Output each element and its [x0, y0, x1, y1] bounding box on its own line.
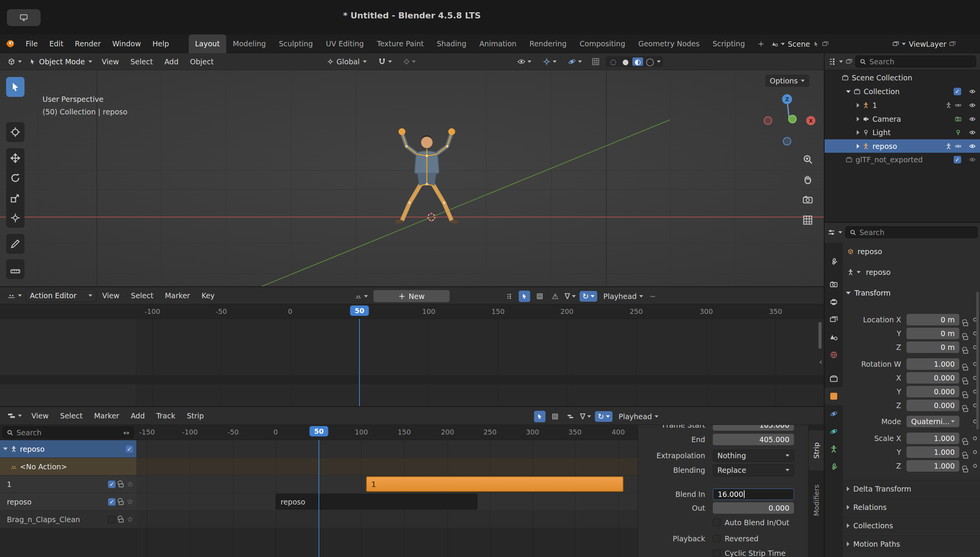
scale-x-field[interactable]: 1.000 [906, 433, 959, 444]
tab-output[interactable] [825, 293, 843, 311]
proportional-edit-toggle[interactable] [400, 55, 420, 68]
tab-rendering[interactable]: Rendering [523, 34, 573, 53]
shading-solid-button[interactable]: ● [620, 57, 631, 66]
tab-tool[interactable] [825, 253, 843, 270]
chevron-right-icon[interactable] [857, 144, 859, 149]
normalize-toggle[interactable]: ~ [647, 292, 658, 301]
outliner-row-1[interactable]: 1 [825, 99, 980, 112]
tool-scale[interactable] [6, 188, 24, 208]
lock-icon[interactable] [963, 322, 968, 326]
dope-scrollbar[interactable] [818, 322, 822, 349]
cyclic-checkbox[interactable] [713, 549, 720, 557]
camera-data-icon[interactable] [955, 116, 961, 122]
rotation-y-field[interactable]: 0.000 [906, 386, 959, 397]
light-data-icon[interactable] [955, 129, 961, 136]
extrapolation-dropdown[interactable]: Nothing [713, 450, 794, 462]
location-x-field[interactable]: 0 m [906, 314, 959, 325]
tab-modeling[interactable]: Modeling [226, 34, 272, 53]
lock-icon[interactable] [963, 408, 968, 412]
nla-markers-toggle[interactable] [565, 413, 576, 420]
outliner-search-field[interactable]: Search [855, 56, 976, 67]
blending-dropdown[interactable]: Replace [713, 464, 794, 476]
blender-logo[interactable] [0, 38, 20, 49]
sidebar-tab-modifiers[interactable]: Modifiers [808, 474, 824, 526]
frame-range-toggle[interactable] [534, 293, 546, 299]
viewport-editor-type-button[interactable] [4, 55, 26, 68]
auto-blend-checkbox[interactable] [713, 519, 720, 526]
scene-selector[interactable]: Scene [772, 38, 828, 51]
nla-strip-area[interactable]: 1 reposo [136, 440, 638, 557]
display-mode-icon[interactable] [846, 59, 852, 65]
snap-toggle[interactable] [374, 55, 396, 68]
tab-object-data[interactable] [825, 440, 843, 458]
camera-view-button[interactable] [801, 193, 815, 207]
nla-track-reposo[interactable]: reposo ✓ ☆ [0, 493, 136, 510]
panel-delta-transform[interactable]: Delta Transform [843, 480, 980, 497]
tab-scene[interactable] [825, 328, 843, 346]
xray-toggle[interactable] [590, 56, 602, 68]
dope-ruler[interactable]: -100 -50 0 100 150 200 250 300 350 50 [0, 304, 824, 319]
nla-selected-toggle[interactable] [534, 411, 546, 422]
shading-rendered-button[interactable]: ◯ [645, 57, 655, 66]
dope-menu-view[interactable]: View [96, 291, 125, 300]
nla-track-no-action[interactable]: <No Action> [0, 458, 136, 475]
nla-track-brag[interactable]: Brag_n_Claps_Clean ☆ [0, 511, 136, 528]
nla-menu-select[interactable]: Select [54, 412, 88, 420]
nla-menu-strip[interactable]: Strip [181, 412, 210, 420]
rotation-x-field[interactable]: 0.000 [906, 372, 959, 384]
tab-animation[interactable]: Animation [473, 34, 523, 53]
lock-icon[interactable] [963, 394, 968, 398]
animation-data-icon[interactable] [946, 143, 952, 149]
track-mute-checkbox[interactable] [108, 516, 116, 523]
shading-material-button[interactable]: ◐ [632, 57, 643, 66]
options-dropdown[interactable]: Options [765, 75, 809, 87]
dope-mode-dropdown[interactable]: Action Editor [26, 289, 96, 302]
nla-menu-add[interactable]: Add [125, 412, 150, 420]
viewport-menu-view[interactable]: View [96, 57, 125, 66]
animate-dot-icon[interactable] [973, 436, 977, 440]
nla-editor-type-button[interactable] [4, 409, 26, 422]
error-toggle[interactable]: ⚠ [549, 292, 561, 301]
lock-icon[interactable] [963, 469, 968, 472]
dope-editor-type-button[interactable] [4, 289, 26, 302]
filter-invert-icon[interactable]: ↔ [123, 428, 129, 437]
tab-bone[interactable] [825, 458, 843, 475]
nla-sync-dropdown[interactable]: ↻ [595, 411, 612, 422]
tool-transform[interactable] [6, 208, 24, 228]
menu-help[interactable]: Help [147, 39, 175, 48]
rotation-w-field[interactable]: 1.000 [906, 358, 959, 370]
nla-menu-track[interactable]: Track [150, 412, 181, 420]
nla-filter-dropdown[interactable]: ∇ [580, 412, 591, 421]
tab-render[interactable] [825, 276, 843, 293]
dope-sheet-content[interactable]: ‹ [0, 319, 824, 406]
viewport-menu-object[interactable]: Object [184, 57, 219, 66]
lock-icon[interactable] [119, 501, 124, 505]
nla-track-1[interactable]: 1 ✓ ☆ [0, 475, 136, 493]
outliner-row-scene-collection[interactable]: Scene Collection [825, 71, 980, 84]
tab-world[interactable] [825, 346, 843, 364]
new-action-button[interactable]: + New [373, 290, 450, 302]
tab-texture-paint[interactable]: Texture Paint [370, 34, 430, 53]
frame-start-field[interactable]: 105.000 [713, 425, 794, 431]
solo-star-icon[interactable]: ☆ [127, 498, 133, 505]
outliner-row-gltf[interactable]: glTF_not_exported ✓ [825, 153, 980, 166]
shading-wireframe-button[interactable]: ◌ [608, 57, 619, 66]
outliner-row-light[interactable]: Light [825, 126, 980, 139]
tab-compositing[interactable]: Compositing [573, 34, 632, 53]
scale-y-field[interactable]: 1.000 [906, 446, 959, 458]
solo-star-icon[interactable]: ☆ [127, 480, 133, 488]
blend-in-field[interactable]: 16.000 [713, 488, 794, 500]
mode-dropdown[interactable]: Object Mode [26, 55, 96, 68]
dope-playhead-line[interactable] [359, 319, 360, 406]
tab-view-layer[interactable] [825, 311, 843, 328]
lock-icon[interactable] [963, 455, 968, 459]
lock-icon[interactable] [963, 367, 968, 371]
tab-shading[interactable]: Shading [430, 34, 473, 53]
panel-motion-paths[interactable]: Motion Paths [843, 535, 980, 552]
tab-uv-editing[interactable]: UV Editing [319, 34, 370, 53]
dope-menu-select[interactable]: Select [125, 291, 159, 300]
eye-icon[interactable] [969, 116, 975, 122]
tool-measure[interactable] [6, 259, 24, 279]
eye-icon[interactable] [969, 129, 975, 136]
tool-cursor[interactable] [6, 122, 24, 142]
